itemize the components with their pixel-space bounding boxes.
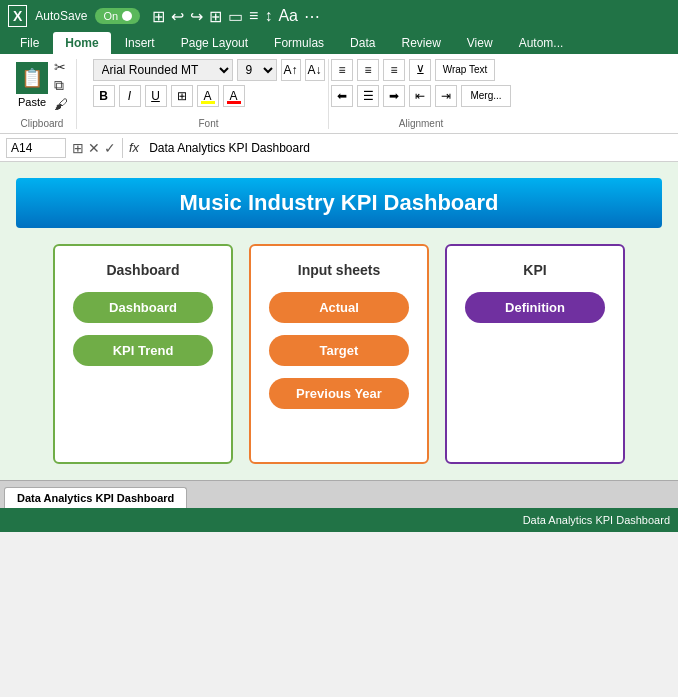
formula-input[interactable]: [145, 141, 672, 155]
table-icon[interactable]: ⊞: [209, 7, 222, 26]
dashboard-header: Music Industry KPI Dashboard: [16, 178, 662, 228]
tab-page-layout[interactable]: Page Layout: [169, 32, 260, 54]
underline-button[interactable]: U: [145, 85, 167, 107]
shape-icon[interactable]: ▭: [228, 7, 243, 26]
cut-icon[interactable]: ✂: [54, 59, 68, 75]
font-decrease-btn[interactable]: A↓: [305, 59, 325, 81]
copy-icon[interactable]: ⧉: [54, 77, 68, 94]
target-btn[interactable]: Target: [269, 335, 409, 366]
font-group: Arial Rounded MT 9 A↑ A↓ B I U ⊞ A A Fon…: [89, 59, 329, 129]
indent-decrease-btn[interactable]: ⇤: [409, 85, 431, 107]
undo-icon[interactable]: ↩: [171, 7, 184, 26]
cell-ref-input[interactable]: [11, 141, 61, 155]
ribbon-tabs: File Home Insert Page Layout Formulas Da…: [0, 32, 678, 54]
spreadsheet-area: Music Industry KPI Dashboard Dashboard D…: [0, 162, 678, 480]
paste-button[interactable]: 📋 Paste: [16, 62, 48, 108]
tab-insert[interactable]: Insert: [113, 32, 167, 54]
align-center-top-btn[interactable]: ≡: [357, 59, 379, 81]
definition-btn[interactable]: Definition: [465, 292, 605, 323]
indent-increase-btn[interactable]: ⇥: [435, 85, 457, 107]
panel-dashboard-title: Dashboard: [71, 262, 215, 278]
toggle-dot: [122, 11, 132, 21]
title-bar: X AutoSave On ⊞ ↩ ↪ ⊞ ▭ ≡ ↕ Aa ⋯: [0, 0, 678, 32]
more-icon[interactable]: ⋯: [304, 7, 320, 26]
tab-view[interactable]: View: [455, 32, 505, 54]
alignment-label: Alignment: [399, 118, 443, 129]
font-name-select[interactable]: Arial Rounded MT: [93, 59, 233, 81]
fill-color-button[interactable]: A: [197, 85, 219, 107]
kpi-trend-btn[interactable]: KPI Trend: [73, 335, 213, 366]
dashboard-btn[interactable]: Dashboard: [73, 292, 213, 323]
format-painter-icon[interactable]: 🖌: [54, 96, 68, 112]
font-increase-btn[interactable]: A↑: [281, 59, 301, 81]
fx-label: fx: [129, 140, 139, 155]
autosave-label: AutoSave: [35, 9, 87, 23]
wrap-text-btn[interactable]: Wrap Text: [435, 59, 495, 81]
clipboard-group: 📋 Paste ✂ ⧉ 🖌 Clipboard: [8, 59, 77, 129]
italic-button[interactable]: I: [119, 85, 141, 107]
formula-bar: ⊞ ✕ ✓ fx: [0, 134, 678, 162]
font-color-button[interactable]: A: [223, 85, 245, 107]
text-icon[interactable]: Aa: [278, 7, 298, 26]
align-left-top-btn[interactable]: ≡: [331, 59, 353, 81]
tab-home[interactable]: Home: [53, 32, 110, 54]
dashboard-panels: Dashboard Dashboard KPI Trend Input shee…: [16, 244, 662, 464]
align-left-btn[interactable]: ⬅: [331, 85, 353, 107]
tab-bar: Data Analytics KPI Dashboard: [0, 480, 678, 508]
ribbon-toolbar: 📋 Paste ✂ ⧉ 🖌 Clipboard Arial Rounded MT…: [0, 54, 678, 134]
merge-btn[interactable]: Merg...: [461, 85, 511, 107]
align-center-btn[interactable]: ☰: [357, 85, 379, 107]
cancel-icon[interactable]: ✕: [88, 140, 100, 156]
tab-data[interactable]: Data: [338, 32, 387, 54]
title-icons: ⊞ ↩ ↪ ⊞ ▭ ≡ ↕ Aa ⋯: [152, 7, 320, 26]
clipboard-label: Clipboard: [21, 118, 64, 129]
confirm-icon[interactable]: ✓: [104, 140, 116, 156]
autosave-toggle[interactable]: On: [95, 8, 140, 24]
panel-dashboard: Dashboard Dashboard KPI Trend: [53, 244, 233, 464]
bottom-status-text: Data Analytics KPI Dashboard: [523, 514, 670, 526]
sheet-tab-dashboard[interactable]: Data Analytics KPI Dashboard: [4, 487, 187, 508]
font-controls: Arial Rounded MT 9 A↑ A↓ B I U ⊞ A A: [93, 59, 325, 107]
text-direction-btn[interactable]: ⊻: [409, 59, 431, 81]
tab-formulas[interactable]: Formulas: [262, 32, 336, 54]
bold-button[interactable]: B: [93, 85, 115, 107]
dashboard-container: Music Industry KPI Dashboard Dashboard D…: [0, 162, 678, 480]
expand-icon[interactable]: ⊞: [72, 140, 84, 156]
font-label: Font: [198, 118, 218, 129]
redo-icon[interactable]: ↪: [190, 7, 203, 26]
tab-review[interactable]: Review: [389, 32, 452, 54]
actual-btn[interactable]: Actual: [269, 292, 409, 323]
panel-dashboard-buttons: Dashboard KPI Trend: [71, 292, 215, 366]
panel-kpi: KPI Definition: [445, 244, 625, 464]
font-size-select[interactable]: 9: [237, 59, 277, 81]
align-right-top-btn[interactable]: ≡: [383, 59, 405, 81]
align-right-btn[interactable]: ➡: [383, 85, 405, 107]
save-icon[interactable]: ⊞: [152, 7, 165, 26]
formula-divider: [122, 138, 123, 158]
panel-kpi-title: KPI: [463, 262, 607, 278]
filter-icon[interactable]: ≡: [249, 7, 258, 26]
formula-icons: ⊞ ✕ ✓: [72, 140, 116, 156]
sort-icon[interactable]: ↕: [264, 7, 272, 26]
previous-year-btn[interactable]: Previous Year: [269, 378, 409, 409]
cell-ref-box[interactable]: [6, 138, 66, 158]
paste-icon: 📋: [16, 62, 48, 94]
autosave-state: On: [103, 10, 118, 22]
tab-autom[interactable]: Autom...: [507, 32, 576, 54]
panel-kpi-buttons: Definition: [463, 292, 607, 323]
paste-label: Paste: [18, 96, 46, 108]
panel-input-buttons: Actual Target Previous Year: [267, 292, 411, 409]
clipboard-small-icons: ✂ ⧉ 🖌: [54, 59, 68, 112]
panel-input-title: Input sheets: [267, 262, 411, 278]
panel-input: Input sheets Actual Target Previous Year: [249, 244, 429, 464]
alignment-group: ≡ ≡ ≡ ⊻ Wrap Text ⬅ ☰ ➡ ⇤ ⇥ Merg... Alig…: [341, 59, 501, 129]
border-button[interactable]: ⊞: [171, 85, 193, 107]
tab-file[interactable]: File: [8, 32, 51, 54]
bottom-status-bar: Data Analytics KPI Dashboard: [0, 508, 678, 532]
excel-logo: X: [8, 5, 27, 27]
